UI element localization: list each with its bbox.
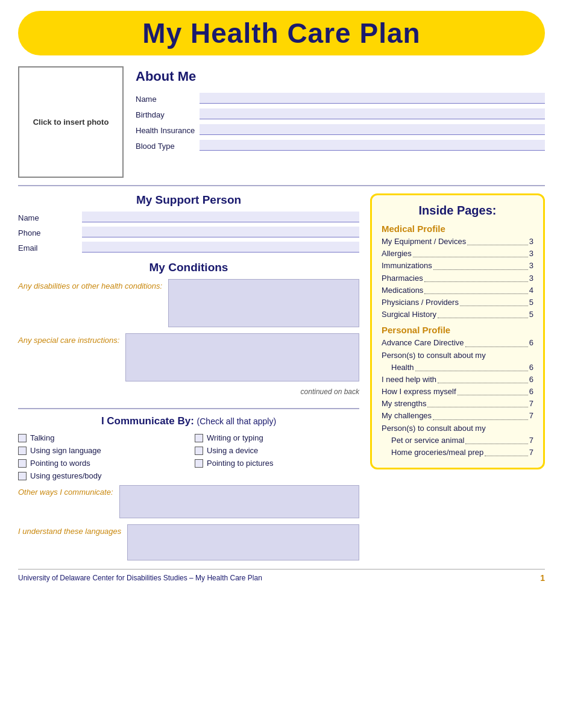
- inside-item-consult2-header-label: Person(s) to consult about my: [382, 423, 486, 434]
- inside-item-allergies-label: Allergies: [382, 248, 412, 259]
- inside-item-strengths-page: 7: [529, 398, 533, 409]
- page-title: My Health Care Plan: [30, 17, 533, 49]
- other-comm-row: Other ways I communicate:: [18, 485, 359, 518]
- inside-item-help-page: 6: [529, 374, 533, 385]
- inside-item-health: Health 6: [382, 362, 533, 373]
- page-footer: University of Delaware Center for Disabi…: [18, 569, 545, 583]
- inside-item-home-page: 7: [529, 447, 533, 458]
- birthday-input[interactable]: [200, 108, 545, 119]
- main-content: My Support Person Name Phone Email My Co…: [18, 193, 545, 560]
- support-name-row: Name: [18, 212, 359, 222]
- about-me-heading: About Me: [136, 69, 545, 84]
- disabilities-row: Any disabilities or other health conditi…: [18, 279, 359, 327]
- checkbox-writing-label: Writing or typing: [207, 433, 263, 442]
- support-phone-label: Phone: [18, 228, 78, 237]
- inside-item-home: Home groceries/meal prep 7: [382, 447, 533, 458]
- inside-item-pet-label: Pet or service animal: [391, 435, 464, 446]
- checkbox-sign-language-box[interactable]: [18, 447, 27, 455]
- other-comm-label: Other ways I communicate:: [18, 485, 113, 498]
- insurance-label: Health Insurance: [136, 126, 196, 135]
- photo-insert-box[interactable]: Click to insert photo: [18, 66, 124, 178]
- inside-item-equipment: My Equipment / Devices 3: [382, 236, 533, 247]
- disabilities-label: Any disabilities or other health conditi…: [18, 279, 162, 292]
- inside-item-consult-header-label: Person(s) to consult about my: [382, 350, 486, 361]
- checkbox-pointing-pictures[interactable]: Pointing to pictures: [195, 459, 359, 468]
- checkbox-gestures-box[interactable]: [18, 472, 27, 480]
- insurance-field-row: Health Insurance: [136, 124, 545, 135]
- inside-item-home-label: Home groceries/meal prep: [391, 447, 483, 458]
- support-email-input[interactable]: [82, 242, 359, 253]
- inside-item-pharmacies-label: Pharmacies: [382, 273, 423, 284]
- about-me-section: Click to insert photo About Me Name Birt…: [18, 66, 545, 178]
- inside-item-surgical: Surgical History 5: [382, 309, 533, 320]
- checkbox-talking-box[interactable]: [18, 434, 27, 442]
- support-name-label: Name: [18, 213, 78, 222]
- checkbox-sign-language[interactable]: Using sign language: [18, 446, 183, 455]
- footer-page-number: 1: [540, 573, 545, 583]
- support-name-input[interactable]: [82, 212, 359, 222]
- checkbox-pointing-words-box[interactable]: [18, 459, 27, 468]
- bloodtype-input[interactable]: [200, 140, 545, 151]
- checkbox-writing-box[interactable]: [195, 434, 203, 442]
- communicate-heading: I Communicate By: (Check all that apply): [18, 415, 359, 427]
- section-divider-2: [18, 408, 359, 409]
- inside-item-medications-page: 4: [529, 285, 533, 296]
- inside-item-help-label: I need help with: [382, 374, 436, 385]
- inside-item-pharmacies: Pharmacies 3: [382, 273, 533, 284]
- inside-item-acd-page: 6: [529, 337, 533, 348]
- inside-item-challenges: My challenges 7: [382, 410, 533, 421]
- birthday-field-row: Birthday: [136, 108, 545, 119]
- name-input[interactable]: [200, 93, 545, 104]
- inside-item-express: How I express myself 6: [382, 386, 533, 397]
- checkboxes-grid: Talking Writing or typing Using sign lan…: [18, 433, 359, 480]
- name-field-row: Name: [136, 93, 545, 104]
- checkbox-talking[interactable]: Talking: [18, 433, 183, 442]
- inside-item-strengths-label: My strengths: [382, 398, 426, 409]
- insurance-input[interactable]: [200, 124, 545, 135]
- inside-pages-title: Inside Pages:: [382, 204, 533, 218]
- checkbox-device[interactable]: Using a device: [195, 446, 359, 455]
- inside-item-consult2-header: Person(s) to consult about my: [382, 423, 533, 434]
- support-email-row: Email: [18, 242, 359, 253]
- birthday-label: Birthday: [136, 110, 196, 119]
- checkbox-pointing-words[interactable]: Pointing to words: [18, 459, 183, 468]
- understand-row: I understand these languages: [18, 524, 359, 560]
- inside-item-pharmacies-page: 3: [529, 273, 533, 284]
- support-phone-input[interactable]: [82, 227, 359, 237]
- page-header: My Health Care Plan: [18, 11, 545, 55]
- name-label: Name: [136, 95, 196, 104]
- support-fields: Name Phone Email: [18, 212, 359, 253]
- understand-input[interactable]: [127, 524, 359, 560]
- bloodtype-field-row: Blood Type: [136, 140, 545, 151]
- inside-item-health-label: Health: [391, 362, 414, 373]
- special-care-input[interactable]: [125, 333, 359, 381]
- conditions-title: My Conditions: [18, 261, 359, 274]
- inside-item-pet: Pet or service animal 7: [382, 435, 533, 446]
- other-comm-input[interactable]: [119, 485, 360, 518]
- inside-item-challenges-page: 7: [529, 410, 533, 421]
- inside-pages-panel: Inside Pages: Medical Profile My Equipme…: [370, 193, 545, 469]
- inside-item-surgical-label: Surgical History: [382, 309, 436, 320]
- special-care-label: Any special care instructions:: [18, 333, 119, 346]
- checkbox-talking-label: Talking: [30, 433, 54, 442]
- disabilities-input[interactable]: [168, 279, 359, 327]
- checkbox-writing[interactable]: Writing or typing: [195, 433, 359, 442]
- inside-item-health-page: 6: [529, 362, 533, 373]
- support-email-label: Email: [18, 243, 78, 253]
- checkbox-gestures[interactable]: Using gestures/body: [18, 471, 183, 480]
- personal-profile-heading: Personal Profile: [382, 325, 533, 335]
- checkbox-device-label: Using a device: [207, 446, 258, 455]
- checkbox-device-box[interactable]: [195, 447, 203, 455]
- inside-item-express-page: 6: [529, 386, 533, 397]
- checkbox-pointing-pictures-box[interactable]: [195, 459, 203, 468]
- communicate-subheading: (Check all that apply): [197, 416, 277, 426]
- inside-item-pet-page: 7: [529, 435, 533, 446]
- inside-item-physicians-page: 5: [529, 297, 533, 308]
- continued-text: continued on back: [18, 388, 359, 396]
- bloodtype-label: Blood Type: [136, 142, 196, 151]
- inside-item-allergies: Allergies 3: [382, 248, 533, 259]
- inside-item-equipment-label: My Equipment / Devices: [382, 236, 466, 247]
- medical-profile-heading: Medical Profile: [382, 224, 533, 234]
- communicate-section: I Communicate By: (Check all that apply)…: [18, 415, 359, 560]
- checkbox-pointing-pictures-label: Pointing to pictures: [207, 459, 274, 468]
